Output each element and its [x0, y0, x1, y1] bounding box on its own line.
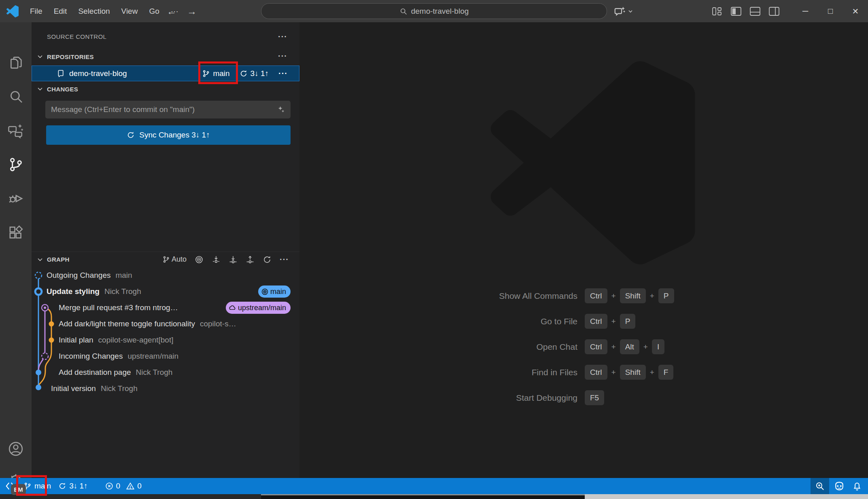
- sync-changes-button[interactable]: Sync Changes 3↓ 1↑: [46, 125, 291, 145]
- push-icon[interactable]: [246, 255, 255, 264]
- layout-controls: [711, 0, 780, 22]
- source-control-more-actions[interactable]: ···: [278, 32, 287, 41]
- branch-badge-upstream-main[interactable]: upstream/main: [226, 302, 291, 314]
- forward-arrow-icon[interactable]: →: [187, 6, 197, 17]
- copilot-status-icon[interactable]: [833, 480, 845, 492]
- menu-go[interactable]: Go: [143, 0, 165, 22]
- notifications-bell-icon[interactable]: [852, 481, 862, 491]
- commit-message-input[interactable]: [45, 101, 291, 118]
- search-sidebar-icon[interactable]: [8, 89, 24, 105]
- vscode-watermark-logo: [488, 61, 698, 265]
- menu-file[interactable]: File: [24, 0, 48, 22]
- repositories-label: REPOSITORIES: [47, 53, 94, 60]
- toggle-primary-sidebar-icon[interactable]: [730, 6, 742, 17]
- commit-message: Add dark/light theme toggle functionalit…: [59, 319, 195, 328]
- run-and-debug-icon[interactable]: [8, 190, 24, 207]
- shortcut-label: Find in Files: [364, 368, 577, 377]
- commit-author: copilot-swe-agent[bot]: [98, 336, 174, 345]
- repositories-section-header[interactable]: REPOSITORIES ···: [32, 51, 299, 63]
- chat-copilot-icon[interactable]: [8, 123, 24, 139]
- activity-bar: EM: [0, 22, 32, 478]
- back-arrow-icon[interactable]: ←: [167, 6, 176, 17]
- repositories-more-actions[interactable]: ···: [278, 51, 287, 61]
- menu-view[interactable]: View: [116, 0, 144, 22]
- refresh-icon[interactable]: [263, 255, 272, 264]
- toggle-panel-icon[interactable]: [749, 6, 761, 17]
- bottom-strip-middle: [261, 494, 585, 499]
- search-icon: [399, 7, 407, 15]
- maximize-button[interactable]: □: [818, 0, 843, 22]
- window-controls: ─ □ ✕: [793, 0, 868, 22]
- chevron-down-icon: [37, 53, 43, 60]
- menu-edit[interactable]: Edit: [48, 0, 73, 22]
- source-control-icon[interactable]: [8, 156, 24, 173]
- accounts-icon[interactable]: [8, 441, 24, 457]
- chevron-down-icon: [37, 256, 43, 263]
- graph-toolbar: Auto ···: [162, 255, 289, 264]
- repository-name: demo-travel-blog: [69, 69, 127, 78]
- graph-row-initial-plan[interactable]: Initial plan copilot-swe-agent[bot]: [32, 332, 299, 348]
- commit-message: Initial plan: [59, 336, 93, 345]
- repo-icon: [57, 69, 65, 78]
- command-center-search[interactable]: demo-travel-blog: [261, 3, 607, 19]
- graph-more-actions[interactable]: ···: [280, 255, 289, 264]
- shortcut-row: Go to File Ctrl+P: [364, 309, 688, 334]
- menu-selection[interactable]: Selection: [72, 0, 115, 22]
- statusbar-sync-counts: 3↓ 1↑: [69, 482, 87, 491]
- history-navigation: ← →: [167, 0, 197, 22]
- graph-row-initial-version[interactable]: Initial version Nick Trogh: [32, 381, 299, 397]
- graph-row-outgoing[interactable]: Outgoing Changes main: [32, 267, 299, 283]
- graph-row-destination-page[interactable]: Add destination page Nick Trogh: [32, 364, 299, 381]
- shortcut-label: Show All Commands: [364, 291, 577, 301]
- graph-row-theme-toggle[interactable]: Add dark/light theme toggle functionalit…: [32, 316, 299, 332]
- commit-graph-list: Outgoing Changes main Update styling Nic…: [32, 267, 299, 397]
- shortcut-label: Go to File: [364, 317, 577, 326]
- toggle-secondary-sidebar-icon[interactable]: [768, 6, 780, 17]
- bottom-strip-right: [585, 494, 868, 499]
- keycap: F5: [585, 390, 604, 405]
- generate-commit-message-sparkle-icon[interactable]: [277, 105, 286, 114]
- fetch-icon[interactable]: [212, 255, 221, 264]
- graph-section-header[interactable]: GRAPH Auto: [32, 252, 299, 267]
- extensions-icon[interactable]: [8, 224, 24, 241]
- branch-badge-main[interactable]: main: [258, 285, 291, 298]
- chevron-down-icon: [37, 86, 43, 92]
- sync-icon: [58, 482, 66, 490]
- close-button[interactable]: ✕: [843, 0, 868, 22]
- repository-sync-status[interactable]: 3↓ 1↑: [240, 69, 269, 78]
- repository-more-actions[interactable]: ···: [278, 69, 288, 78]
- keycap: Alt: [620, 339, 639, 354]
- zoom-in-icon: [815, 481, 825, 491]
- commit-message: Add destination page: [59, 368, 131, 377]
- copilot-menu[interactable]: [613, 0, 633, 22]
- statusbar-warnings[interactable]: 0: [126, 482, 142, 491]
- error-icon: [105, 482, 114, 491]
- sync-changes-label: Sync Changes 3↓ 1↑: [139, 131, 210, 140]
- annotation-branch-highlight-sidebar: [198, 61, 238, 84]
- shortcut-row: Start Debugging F5: [364, 385, 688, 410]
- minimize-button[interactable]: ─: [793, 0, 818, 22]
- pull-icon[interactable]: [229, 255, 238, 264]
- commit-message: Outgoing Changes: [47, 271, 110, 280]
- statusbar-sync[interactable]: 3↓ 1↑: [58, 482, 87, 491]
- cloud-icon: [229, 304, 236, 312]
- menu-bar: File Edit Selection View Go ···: [24, 0, 184, 22]
- statusbar-zoom-button[interactable]: [811, 478, 829, 494]
- keycap: I: [652, 339, 664, 354]
- warning-count: 0: [137, 482, 142, 491]
- graph-row-incoming[interactable]: Incoming Changes upstream/main: [32, 348, 299, 364]
- keycap: Shift: [620, 288, 646, 303]
- changes-section-header[interactable]: CHANGES: [32, 83, 299, 95]
- commit-message: Update styling: [47, 287, 100, 296]
- customize-layout-icon[interactable]: [711, 6, 723, 17]
- commit-author: Nick Trogh: [101, 384, 138, 393]
- statusbar-errors[interactable]: 0: [105, 482, 121, 491]
- shortcut-row: Find in Files Ctrl+Shift+F: [364, 359, 688, 385]
- graph-ref-picker[interactable]: Auto: [162, 255, 187, 264]
- target-icon[interactable]: [195, 255, 204, 264]
- graph-row-merge-pr[interactable]: Merge pull request #3 from ntrog… upstre…: [32, 300, 299, 316]
- graph-row-update-styling[interactable]: Update styling Nick Trogh main: [32, 283, 299, 300]
- repository-row[interactable]: demo-travel-blog main 3↓ 1↑ ···: [32, 66, 299, 81]
- explorer-icon[interactable]: [8, 55, 24, 71]
- source-control-sidebar: SOURCE CONTROL ··· REPOSITORIES ··· demo…: [32, 22, 299, 478]
